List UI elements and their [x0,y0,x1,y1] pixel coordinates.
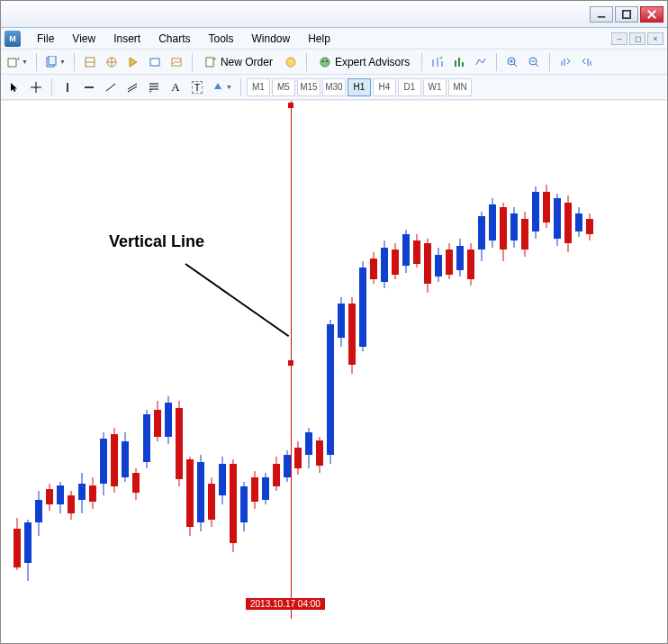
expert-advisors-button[interactable]: Expert Advisors [312,52,416,72]
trendline-tool[interactable] [101,77,121,97]
new-order-label: New Order [221,56,273,68]
timeframe-w1[interactable]: W1 [423,78,447,96]
timeframe-m30[interactable]: M30 [322,78,346,96]
svg-rect-7 [49,56,56,65]
timeframe-m15[interactable]: M15 [297,78,320,96]
menu-insert[interactable]: Insert [104,31,149,47]
strategy-tester-button[interactable] [167,52,186,72]
window-close-button[interactable] [640,6,663,23]
timeframe-mn[interactable]: MN [448,78,472,96]
svg-line-45 [128,86,137,92]
text-label-tool[interactable]: T [187,77,207,97]
menu-window[interactable]: Window [243,31,300,47]
annotation-arrow [185,263,289,337]
menu-file[interactable]: File [28,31,63,47]
arrows-tool[interactable]: ▼ [209,77,235,97]
chart-shift-button[interactable] [577,52,597,72]
new-order-button[interactable]: +New Order [198,52,279,72]
expert-advisors-label: Expert Advisors [335,56,410,68]
fibonacci-tool[interactable]: F [144,77,164,97]
mdi-minimize-button[interactable]: – [611,32,627,45]
timeframe-m1[interactable]: M1 [247,78,270,96]
timeframe-h1[interactable]: H1 [348,78,371,96]
svg-point-19 [322,60,324,62]
timeframe-h4[interactable]: H4 [373,78,396,96]
mdi-close-button[interactable]: × [647,32,663,45]
menu-tools[interactable]: Tools [200,31,243,47]
horizontal-line-tool[interactable] [79,77,99,97]
svg-text:F: F [149,88,152,94]
menu-help[interactable]: Help [299,31,339,47]
vertical-line-time-label: 2013.10.17 04:00 [246,598,325,610]
svg-point-20 [326,60,328,62]
svg-text:+: + [16,56,20,63]
svg-rect-1 [623,10,630,17]
svg-text:+: + [212,56,217,63]
data-window-button[interactable] [123,52,143,72]
annotation-text: Vertical Line [109,232,204,251]
svg-line-44 [128,84,137,89]
svg-point-18 [320,58,329,67]
profiles-button[interactable]: ▼ [42,52,68,72]
title-bar [1,1,667,28]
timeframe-d1[interactable]: D1 [398,78,421,96]
minimize-button[interactable] [590,6,613,23]
market-watch-button[interactable] [80,52,100,72]
metaquotes-button[interactable] [281,52,301,72]
svg-line-33 [536,64,538,67]
terminal-button[interactable] [145,52,165,72]
cursor-tool[interactable] [5,77,24,97]
timeframe-m5[interactable]: M5 [272,78,295,96]
chart-canvas[interactable]: 2013.10.17 04:00 Vertical Line [1,100,667,644]
mdi-restore-button[interactable]: ◻ [629,32,645,45]
autoscroll-button[interactable] [555,52,575,72]
svg-line-29 [514,64,517,67]
zoom-out-button[interactable] [524,52,544,72]
templates-button[interactable] [471,52,491,72]
navigator-button[interactable] [102,52,122,72]
indicators-button[interactable]: + [428,52,447,72]
svg-rect-4 [8,59,16,67]
menu-bar: M File View Insert Charts Tools Window H… [1,28,667,50]
new-chart-button[interactable]: +▼ [5,52,31,72]
zoom-in-button[interactable] [502,52,522,72]
svg-line-43 [106,84,115,91]
periodicity-button[interactable] [449,52,469,72]
drawing-toolbar: F A T ▼ M1 M5 M15 M30 H1 H4 D1 W1 MN [1,75,667,100]
svg-point-17 [286,58,295,67]
crosshair-tool[interactable] [26,77,46,97]
text-tool[interactable]: A [166,77,185,97]
maximize-button[interactable] [615,6,638,23]
vertical-line-tool[interactable] [58,77,77,97]
menu-view[interactable]: View [63,31,104,47]
app-icon: M [5,31,21,47]
main-toolbar: +▼ ▼ +New Order Expert Advisors + [1,50,667,75]
svg-rect-13 [150,59,159,66]
svg-text:+: + [439,56,443,61]
vertical-line-object[interactable]: 2013.10.17 04:00 [291,101,292,619]
menu-charts[interactable]: Charts [149,31,199,47]
equidistant-channel-tool[interactable] [122,77,142,97]
